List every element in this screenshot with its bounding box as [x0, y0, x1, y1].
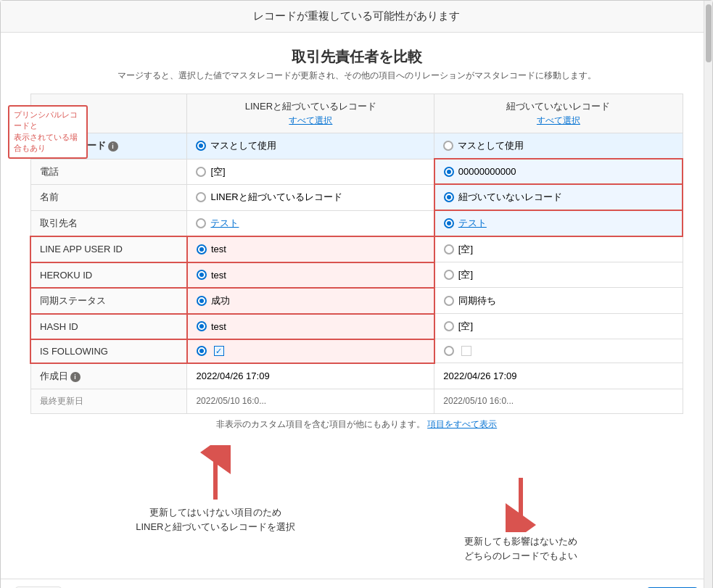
- line-user-id-right-radio[interactable]: [空]: [444, 243, 674, 256]
- master-left: マスとして使用: [187, 133, 434, 160]
- sync-status-left-radio[interactable]: 成功: [197, 294, 425, 307]
- account-left-link[interactable]: テスト: [210, 217, 239, 230]
- is-following-right: [434, 339, 683, 363]
- modal: レコードが重複している可能性があります 取引先責任者を比較 マージすると、選択し…: [0, 0, 713, 588]
- sync-status-left-radio-dot: [197, 296, 207, 306]
- is-following-right-checkbox[interactable]: [461, 346, 471, 356]
- name-left-radio[interactable]: LINERと紐づいているレコード: [196, 191, 424, 204]
- hash-id-left-radio[interactable]: test: [197, 321, 425, 332]
- table-row-is-following: IS FOLLOWING ✓: [30, 339, 683, 363]
- modal-title-bar: レコードが重複している可能性があります: [1, 1, 712, 33]
- sync-status-right-radio-dot: [444, 296, 454, 306]
- account-left-radio-dot: [196, 218, 206, 228]
- table-row-created-date: 作成日i 2022/04/26 17:09 2022/04/26 17:09: [30, 363, 683, 389]
- created-date-right: 2022/04/26 17:09: [434, 363, 683, 389]
- phone-right-radio-dot: [444, 167, 454, 177]
- heroku-id-left-value: test: [211, 270, 226, 281]
- left-col-header: LINERと紐づいているレコード すべて選択: [187, 94, 434, 133]
- phone-left-value: [空]: [210, 165, 225, 178]
- checkmark-icon: ✓: [215, 347, 222, 356]
- sync-status-right-value: 同期待ち: [458, 294, 496, 307]
- hash-id-right-value: [空]: [458, 320, 473, 333]
- left-annotation-text: 更新してはいけない項目のためLINERと紐づいているレコードを選択: [136, 505, 295, 536]
- sync-status-right-radio[interactable]: 同期待ち: [444, 294, 674, 307]
- table-row-line-user-id: LINE APP USER ID test [空]: [30, 236, 683, 262]
- name-left-value: LINERと紐づいているレコード: [210, 191, 342, 204]
- hash-id-label: HASH ID: [30, 314, 187, 339]
- phone-left-radio[interactable]: [空]: [196, 165, 424, 178]
- line-user-id-right: [空]: [434, 236, 683, 262]
- hash-id-left: test: [187, 314, 434, 339]
- heroku-id-right-radio-dot: [444, 270, 454, 280]
- account-left-radio[interactable]: テスト: [196, 217, 424, 230]
- is-following-right-radio-dot: [444, 346, 454, 356]
- master-right-radio[interactable]: マスとして使用: [443, 139, 673, 152]
- master-right: マスとして使用: [434, 133, 683, 160]
- master-right-radio-dot: [443, 141, 453, 151]
- table-row-account: 取引先名 テスト テスト: [30, 210, 683, 236]
- is-following-left-cell: ✓: [197, 346, 425, 356]
- phone-left: [空]: [187, 159, 434, 184]
- sync-status-label: 同期ステータス: [30, 288, 187, 314]
- left-arrow-up-icon: [197, 445, 234, 503]
- heroku-id-left-radio-dot: [197, 270, 207, 280]
- master-left-radio[interactable]: マスとして使用: [196, 139, 425, 152]
- name-right-value: 紐づいていないレコード: [458, 191, 562, 204]
- account-right: テスト: [434, 210, 683, 236]
- table-row-sync-status: 同期ステータス 成功 同期待ち: [30, 288, 683, 314]
- name-right: 紐づいていないレコード: [434, 184, 683, 210]
- is-following-right-cell: [444, 346, 674, 356]
- account-right-link[interactable]: テスト: [458, 217, 487, 230]
- master-info-icon[interactable]: i: [108, 141, 118, 152]
- account-left: テスト: [187, 210, 434, 236]
- annotation-box: プリンシパルレコードと表示されている場合もあり: [8, 105, 88, 159]
- phone-right: 00000000000: [434, 159, 683, 184]
- table-row-hash-id: HASH ID test [空]: [30, 314, 683, 339]
- created-date-left: 2022/04/26 17:09: [187, 363, 434, 389]
- compare-subtitle: マージすると、選択した値でマスタレコードが更新され、その他の項目へのリレーション…: [22, 70, 691, 82]
- table-row-name: 名前 LINERと紐づいているレコード 紐づいていないレコード: [30, 184, 683, 210]
- compare-table: LINERと紐づいているレコード すべて選択 紐づいていないレコード すべて選択…: [30, 94, 683, 414]
- line-user-id-right-radio-dot: [444, 244, 454, 254]
- heroku-id-right-radio[interactable]: [空]: [444, 268, 674, 281]
- table-row-master: マスタレコードi マスとして使用 マスとして使用: [30, 133, 683, 160]
- modal-body: 取引先責任者を比較 マージすると、選択した値でマスタレコードが更新され、その他の…: [1, 33, 712, 579]
- sync-status-left: 成功: [187, 288, 434, 314]
- is-following-left-checkbox[interactable]: ✓: [214, 346, 224, 356]
- line-user-id-left-radio-dot: [197, 244, 207, 254]
- name-right-radio[interactable]: 紐づいていないレコード: [444, 191, 673, 204]
- items-all-link[interactable]: 項目をすべて表示: [427, 419, 497, 429]
- phone-left-radio-dot: [196, 167, 206, 177]
- bottom-hidden-text: 非表示のカスタム項目を含む項目が他にもあります。 項目をすべて表示: [22, 414, 691, 432]
- created-date-info-icon[interactable]: i: [70, 372, 81, 382]
- master-right-label: マスとして使用: [458, 139, 524, 152]
- sync-status-left-value: 成功: [211, 294, 230, 307]
- table-row-last-updated: 最終更新日 2022/05/10 16:0... 2022/05/10 16:0…: [30, 389, 683, 413]
- heroku-id-left-radio[interactable]: test: [197, 270, 425, 281]
- created-date-label: 作成日i: [30, 363, 187, 389]
- account-right-radio-dot: [444, 218, 454, 228]
- last-updated-left: 2022/05/10 16:0...: [187, 389, 434, 413]
- hash-id-right-radio-dot: [444, 321, 454, 331]
- hash-id-left-radio-dot: [197, 321, 207, 331]
- modal-footer: 戻る 次へ: [1, 579, 712, 588]
- line-user-id-left-radio[interactable]: test: [197, 244, 425, 254]
- is-following-label: IS FOLLOWING: [30, 339, 187, 363]
- phone-right-radio[interactable]: 00000000000: [444, 166, 673, 177]
- master-left-radio-dot: [196, 141, 206, 151]
- hash-id-right-radio[interactable]: [空]: [444, 320, 674, 333]
- table-header-row: LINERと紐づいているレコード すべて選択 紐づいていないレコード すべて選択: [30, 94, 683, 133]
- name-left: LINERと紐づいているレコード: [187, 184, 434, 210]
- right-arrow-up-icon: [503, 474, 539, 532]
- created-date-right-value: 2022/04/26 17:09: [443, 370, 516, 381]
- heroku-id-label: HEROKU ID: [30, 262, 187, 288]
- right-select-all[interactable]: すべて選択: [443, 115, 673, 127]
- is-following-left: ✓: [187, 339, 434, 363]
- account-label: 取引先名: [30, 210, 187, 236]
- hash-id-left-value: test: [211, 321, 226, 332]
- account-right-radio[interactable]: テスト: [444, 217, 673, 230]
- left-select-all[interactable]: すべて選択: [196, 115, 425, 127]
- phone-label: 電話: [30, 159, 187, 184]
- line-user-id-left: test: [187, 236, 434, 262]
- created-date-left-value: 2022/04/26 17:09: [196, 370, 269, 381]
